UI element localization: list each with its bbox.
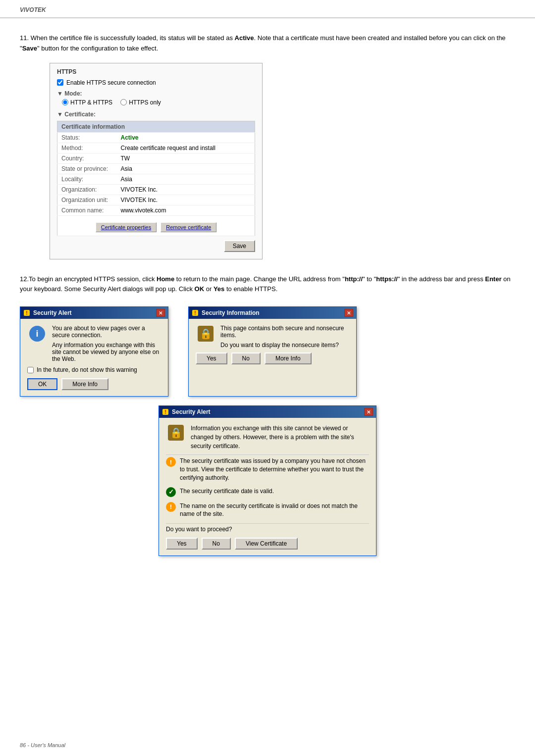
security-info-title-icon: ! bbox=[192, 309, 199, 316]
cert-method-value: Create certificate request and install bbox=[117, 143, 255, 153]
cert-buttons-row: Certificate properties Remove certificat… bbox=[61, 220, 251, 234]
warning-icon-0: ! bbox=[166, 457, 176, 467]
security-info-text: This page contains both secure and nonse… bbox=[220, 325, 349, 349]
step11-text-end: " button for the configuration to take e… bbox=[37, 45, 158, 52]
security-alert-1-buttons: OK More Info bbox=[27, 378, 161, 390]
security-info-no-button[interactable]: No bbox=[231, 353, 261, 364]
security-alert-1-text: You are about to view pages over a secur… bbox=[52, 325, 161, 362]
cert-orgunit-value: VIVOTEK Inc. bbox=[117, 195, 255, 205]
security-alert-1-ok-button[interactable]: OK bbox=[27, 378, 57, 390]
security-alert-2-title-left: ! Security Alert bbox=[162, 408, 211, 415]
cert-locality-label: Locality: bbox=[57, 174, 117, 184]
security-alert-2-intro: Information you exchange with this site … bbox=[191, 424, 369, 451]
security-alert-2-no-button[interactable]: No bbox=[202, 538, 231, 550]
mode-https-only: HTTPS only bbox=[120, 99, 161, 106]
separator-1 bbox=[166, 454, 369, 455]
step11-active-word: Active bbox=[235, 34, 254, 42]
cert-alert-text-0: The security certificate was issued by a… bbox=[180, 457, 369, 482]
cert-country-label: Country: bbox=[57, 153, 117, 163]
security-alert-2-question: Do you want to proceed? bbox=[166, 526, 369, 533]
security-info-line2: Do you want to display the nonsecure ite… bbox=[220, 342, 349, 349]
step12-ok-word: OK bbox=[195, 285, 205, 293]
check-icon-1: ✓ bbox=[166, 487, 176, 497]
future-warning-label: In the future, do not show this warning bbox=[37, 366, 137, 373]
footer-text: 86 - User's Manual bbox=[20, 742, 65, 748]
security-alert-1-body: i You are about to view pages over a sec… bbox=[20, 319, 168, 396]
step11-text-before: When the certifice file is successfully … bbox=[29, 34, 234, 42]
step12-yes-word: Yes bbox=[214, 285, 224, 293]
dialogs-container: ! Security Alert ✕ i You are about bbox=[20, 306, 515, 556]
cert-commonname-row: Common name: www.vivotek.com bbox=[57, 205, 255, 215]
mode-http-https-label: HTTP & HTTPS bbox=[70, 99, 112, 106]
security-alert-1-line1: You are about to view pages over a secur… bbox=[52, 325, 161, 339]
security-info-close-button[interactable]: ✕ bbox=[344, 309, 353, 317]
security-alert-1-close-button[interactable]: ✕ bbox=[156, 309, 165, 317]
security-alert-1-title-left: ! Security Alert bbox=[23, 309, 72, 316]
cert-locality-row: Locality: Asia bbox=[57, 174, 255, 184]
security-info-line1: This page contains both secure and nonse… bbox=[220, 325, 349, 339]
remove-certificate-button[interactable]: Remove certificate bbox=[160, 222, 216, 232]
security-alert-1-more-button[interactable]: More Info bbox=[61, 378, 108, 390]
security-info-more-button[interactable]: More Info bbox=[265, 353, 312, 364]
cert-alert-item-2: ! The name on the security certificate i… bbox=[166, 502, 369, 519]
cert-status-row: Status: Active bbox=[57, 132, 255, 143]
security-alert-2-title-text: Security Alert bbox=[172, 408, 211, 415]
step12-enter-word: Enter bbox=[485, 275, 501, 283]
page-content: 11. When the certifice file is successfu… bbox=[0, 18, 535, 591]
mode-https-only-radio[interactable] bbox=[120, 99, 127, 105]
security-alert-2-yes-button[interactable]: Yes bbox=[166, 538, 198, 550]
step12-https-url: https:// bbox=[376, 275, 397, 283]
cert-info-header: Certificate information bbox=[57, 121, 255, 132]
security-alert-2-close-button[interactable]: ✕ bbox=[364, 408, 373, 416]
save-button[interactable]: Save bbox=[224, 240, 255, 252]
step12-home-word: Home bbox=[157, 275, 174, 283]
brand-name: VIVOTEK bbox=[20, 6, 46, 13]
cert-method-row: Method: Create certificate request and i… bbox=[57, 143, 255, 153]
cert-country-value: TW bbox=[117, 153, 255, 163]
step11-text: 11. When the certifice file is successfu… bbox=[20, 33, 515, 54]
future-warning-checkbox[interactable] bbox=[27, 367, 34, 373]
step12-number: 12. bbox=[20, 275, 29, 283]
security-alert-2-icon-area bbox=[166, 424, 186, 441]
security-alert-1-title-text: Security Alert bbox=[33, 309, 72, 316]
https-panel-title: HTTPS bbox=[57, 68, 255, 75]
cert-state-value: Asia bbox=[117, 163, 255, 174]
cert-method-label: Method: bbox=[57, 143, 117, 153]
cert-status-value: Active bbox=[117, 132, 255, 143]
cert-org-row: Organization: VIVOTEK Inc. bbox=[57, 184, 255, 195]
security-info-title-left: ! Security Information bbox=[192, 309, 260, 316]
cert-orgunit-label: Organization unit: bbox=[57, 195, 117, 205]
security-lock-icon bbox=[168, 425, 184, 441]
cert-alert-text-1: The security certificate date is valid. bbox=[180, 487, 274, 496]
security-alert-1-dialog: ! Security Alert ✕ i You are about bbox=[20, 306, 168, 397]
security-alert-2-wrapper: ! Security Alert ✕ Information you excha… bbox=[20, 405, 515, 556]
security-info-yes-button[interactable]: Yes bbox=[196, 353, 227, 364]
step11-number: 11. bbox=[20, 34, 29, 42]
security-alert-1-title-icon: ! bbox=[23, 309, 30, 316]
security-alert-2-title-icon: ! bbox=[162, 408, 169, 415]
mode-https-only-label: HTTPS only bbox=[129, 99, 161, 106]
cert-state-label: State or province: bbox=[57, 163, 117, 174]
step12-http-url: http:// bbox=[345, 275, 363, 283]
step11-block: 11. When the certifice file is successfu… bbox=[20, 33, 515, 259]
cert-locality-value: Asia bbox=[117, 174, 255, 184]
security-alert-1-checkbox-row: In the future, do not show this warning bbox=[27, 366, 161, 373]
cert-org-value: VIVOTEK Inc. bbox=[117, 184, 255, 195]
page-footer: 86 - User's Manual bbox=[20, 742, 65, 748]
cert-status-label: Status: bbox=[57, 132, 117, 143]
security-alert-2-viewcert-button[interactable]: View Certificate bbox=[235, 538, 298, 550]
step12-block: 12.To begin an encrypted HTTPS session, … bbox=[20, 274, 515, 556]
security-alert-1-titlebar: ! Security Alert ✕ bbox=[20, 307, 168, 319]
svg-text:!: ! bbox=[26, 310, 27, 316]
security-alert-2-buttons: Yes No View Certificate bbox=[166, 538, 369, 550]
security-alert-2-titlebar: ! Security Alert ✕ bbox=[159, 406, 376, 418]
cert-action-row: Certificate properties Remove certificat… bbox=[57, 215, 255, 236]
cert-properties-button[interactable]: Certificate properties bbox=[96, 222, 157, 232]
mode-http-https-radio[interactable] bbox=[62, 99, 68, 105]
https-enable-row: Enable HTTPS secure connection bbox=[57, 79, 255, 86]
https-enable-label: Enable HTTPS secure connection bbox=[66, 79, 156, 86]
cert-commonname-label: Common name: bbox=[57, 205, 117, 215]
https-enable-checkbox[interactable] bbox=[57, 79, 63, 86]
mode-label: ▼ Mode: bbox=[57, 90, 255, 97]
cert-commonname-value: www.vivotek.com bbox=[117, 205, 255, 215]
